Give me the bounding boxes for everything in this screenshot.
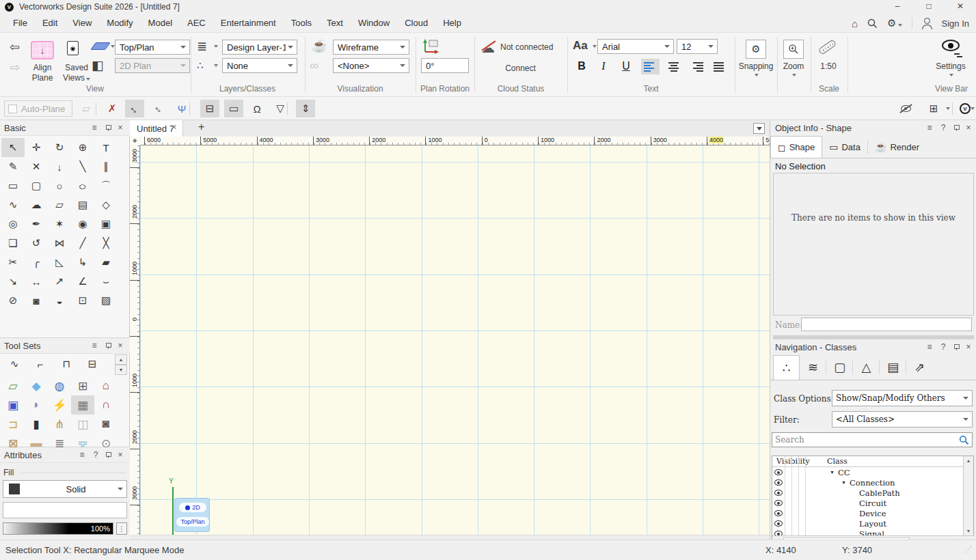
connectcad-rack-tool[interactable]: ⊓ [53,355,79,373]
tab-references[interactable]: ⇗ [906,355,933,380]
view-plane-icon[interactable] [90,42,111,50]
settings-gear-menu[interactable]: ⚙ [887,18,902,29]
help-icon[interactable]: ? [938,123,949,132]
stage-deck-tool[interactable]: ▦ [71,395,94,415]
polygon-tool[interactable]: ☁ [25,195,48,214]
font-size-select[interactable]: 12 [677,39,718,54]
scroll-down-icon[interactable]: ▼ [964,527,973,535]
palette-menu-icon[interactable]: ≡ [77,450,87,460]
scroll-up-icon[interactable]: ▲ [964,456,973,465]
vertical-ruler[interactable]: 3000200010000100020003000 [130,145,140,535]
text-format-icon[interactable]: Aa [573,40,588,51]
palette-menu-icon[interactable]: ≡ [924,342,935,352]
rounded-rectangle-tool[interactable]: ▢ [25,176,48,195]
scroll-down-icon[interactable]: ▼ [115,365,127,375]
center-mark-tool[interactable]: ⊡ [71,291,94,310]
render-mode-select[interactable]: 2D Plan [115,58,190,73]
visibility-eye-icon[interactable] [774,510,783,516]
tab-sheet-layers[interactable]: ▢ [826,355,853,380]
forward-arrow-button[interactable]: ⇨ [10,61,20,74]
mirror-tool[interactable]: ⋈ [48,234,71,253]
line-tool[interactable]: ╲ [71,157,94,176]
class-label[interactable]: Circuit [859,499,886,508]
close-icon[interactable]: × [115,450,126,460]
menu-edit[interactable]: Edit [35,18,65,28]
tab-viewports[interactable]: △ [853,355,880,380]
menu-tools[interactable]: Tools [284,18,319,28]
close-icon[interactable]: × [963,123,974,132]
name-input[interactable] [801,318,972,331]
chevron-down-icon[interactable] [755,74,759,76]
building-tool[interactable]: ⌂ [94,376,118,395]
class-label[interactable]: Signal [859,529,884,535]
visibility-eye-icon[interactable] [774,469,783,475]
drawing-grid[interactable]: Y X 2D Top/Plan [140,145,770,535]
tab-classes[interactable]: ∴ [773,355,800,380]
pin-icon[interactable] [105,452,111,458]
zoom-tool[interactable]: ⊕ [71,138,94,157]
canvas-horizontal-scrollbar[interactable] [140,535,770,540]
opacity-slider[interactable]: 100% [3,522,113,535]
tab-design-layers[interactable]: ≋ [800,355,826,380]
tab-data[interactable]: ▭Data [822,136,867,158]
class-label[interactable]: CC [838,468,850,477]
close-icon[interactable]: × [115,341,126,350]
tab-close-icon[interactable]: ✕ [171,123,177,132]
regular-polygon-tool[interactable]: ◇ [94,195,118,214]
class-label[interactable]: Device [859,509,886,518]
align-left-button[interactable] [641,59,660,74]
align-plane-button[interactable]: AlignPlane [26,63,59,83]
zoom-button[interactable] [783,40,804,59]
menu-text[interactable]: Text [319,18,351,28]
align-plane-icon[interactable]: ↓ [31,41,54,59]
connect-button[interactable]: Connect [474,64,567,73]
auto-plane-toggle[interactable]: Auto-Plane [4,100,72,117]
glass-panel-tool[interactable]: ◫ [71,415,94,434]
disable-constraints-mode[interactable]: ✗ [103,100,122,117]
class-label[interactable]: Connection [850,478,895,488]
freehand-tool[interactable]: ∿ [1,195,25,214]
visibility-eye-icon[interactable] [774,479,783,486]
close-icon[interactable]: × [963,342,974,352]
clip-cube-tool[interactable]: ▣ [94,214,118,234]
unrestricted-resize-mode[interactable]: ⊟ [200,100,219,117]
interactive-scaling-multiple-mode[interactable]: ⇔ [149,100,168,117]
palette-menu-icon[interactable]: ≡ [924,123,935,132]
spiral-tool[interactable]: ◎ [1,214,25,234]
rectangle-tool[interactable]: ▭ [1,176,25,195]
connectcad-cable-tool[interactable]: ∿ [1,355,27,373]
saved-views-button[interactable]: SavedViews [60,63,93,83]
palette-menu-icon[interactable]: ≡ [89,123,100,132]
close-button[interactable]: ✕ [945,0,976,14]
search-icon[interactable] [959,435,969,445]
layers-icon[interactable]: ≣ [197,40,207,53]
palette-menu-icon[interactable]: ≡ [89,341,100,350]
class-column-header[interactable]: Class [827,457,848,466]
font-family-select[interactable]: Arial [597,39,674,54]
menu-model[interactable]: Model [141,18,180,28]
tab-shape[interactable]: ◻Shape [770,136,822,158]
ruler-origin-icon[interactable]: ⌖ [130,137,140,145]
magic-wand-tool[interactable]: ✶ [48,214,71,234]
send-to-surface-tool[interactable]: ↓ [48,157,71,176]
expand-caret-icon[interactable]: ▼ [830,470,835,475]
add-saved-view-icon[interactable]: ⊞ [924,100,943,117]
view-bar-settings-button[interactable]: Settings [930,61,972,71]
saved-views-icon[interactable]: ◉ [67,41,79,55]
equipment-panel-tool[interactable]: ▮ [25,415,48,434]
chevron-down-icon[interactable] [971,107,975,110]
split-tool[interactable]: ╱ [71,234,94,253]
class-row[interactable]: Circuit [772,498,964,508]
pane-menu-button[interactable] [753,123,765,134]
chevron-down-icon[interactable] [949,74,953,76]
help-icon[interactable]: ? [938,342,949,352]
menu-aec[interactable]: AEC [180,18,213,28]
new-tab-button[interactable]: + [198,121,204,133]
visibility-eye-icon[interactable] [774,520,783,527]
select-similar-tool[interactable]: ◉ [71,214,94,234]
vertical-scrollbar[interactable]: ▲ ▼ [963,456,973,535]
hide-details-eye-icon[interactable] [897,100,916,117]
geo-locate-tool[interactable]: ◍ [48,376,71,395]
text-tool[interactable]: T [94,138,118,157]
search-box[interactable] [772,432,973,447]
